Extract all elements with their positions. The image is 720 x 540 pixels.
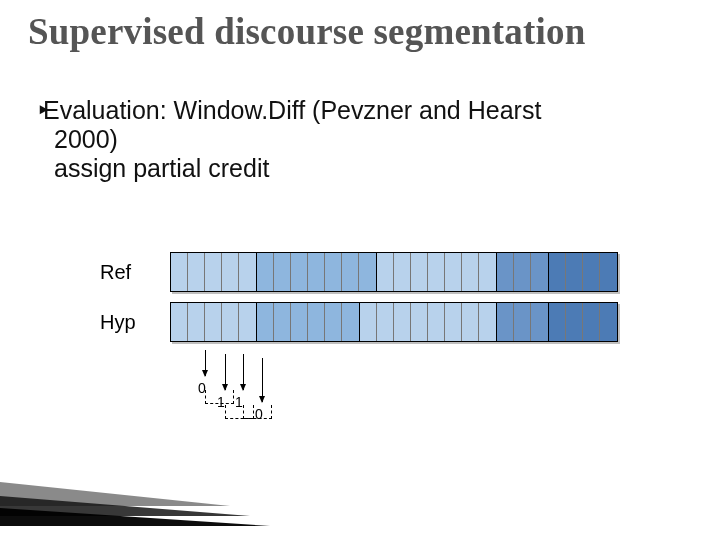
segment-cell [239,253,256,291]
segment-cell [291,303,308,341]
ref-segments [170,252,618,292]
arrow-icon [262,358,263,402]
segment-cell [205,303,222,341]
segment-cell [445,303,462,341]
segment [171,253,257,291]
segment-cell [325,253,342,291]
segment-cell [342,303,359,341]
segment-cell [600,303,617,341]
segment-cell [308,303,325,341]
ref-label: Ref [100,261,170,284]
bullet-line-1: Evaluation: Window.Diff (Pevzner and Hea… [43,96,541,124]
segment [377,253,497,291]
hyp-segments [170,302,618,342]
segment-cell [257,253,274,291]
segment-cell [583,253,600,291]
segment [360,303,497,341]
segment-cell [325,303,342,341]
arrow-icon [225,354,226,390]
segment-cell [428,253,445,291]
segment-cell [394,303,411,341]
segment-cell [479,303,496,341]
bullet-line-2: 2000) [54,125,118,153]
anno-num-2: 1 [235,394,243,410]
segment-cell [188,253,205,291]
segment-cell [222,303,239,341]
segment-cell [274,253,291,291]
segment-cell [549,303,566,341]
annotation-arrows: 0 1 1 0 [170,350,690,470]
segment-cell [411,303,428,341]
segment-cell [257,303,274,341]
hyp-label: Hyp [100,311,170,334]
segment-cell [291,253,308,291]
segment-cell [514,303,531,341]
segmentation-graphic: Ref Hyp [100,250,660,350]
segment-cell [479,253,496,291]
segment-cell [531,303,548,341]
segment [549,253,617,291]
segment-cell [377,253,394,291]
segment-cell [531,253,548,291]
slide-title: Supervised discourse segmentation [28,10,700,53]
hyp-row: Hyp [100,300,660,344]
segment-cell [377,303,394,341]
segment [549,303,617,341]
segment [171,303,257,341]
anno-num-3: 0 [255,406,263,422]
segment-cell [462,253,479,291]
segment-cell [274,303,291,341]
segment-cell [359,253,376,291]
segment-cell [394,253,411,291]
corner-accent-icon [0,470,270,526]
segment-cell [239,303,256,341]
segment-cell [308,253,325,291]
segment-cell [497,303,514,341]
segment-cell [342,253,359,291]
arrow-icon [205,350,206,376]
bullet-item: ‣ Evaluation: Window.Diff (Pevzner and H… [54,96,680,182]
segment [257,303,360,341]
segment-cell [171,303,188,341]
segment-cell [514,253,531,291]
segment-cell [205,253,222,291]
segment-cell [428,303,445,341]
segment-cell [583,303,600,341]
segment-cell [360,303,377,341]
segment-cell [445,253,462,291]
segment-cell [171,253,188,291]
segment [497,303,549,341]
segment-cell [462,303,479,341]
segment-cell [222,253,239,291]
segment-cell [411,253,428,291]
segment-cell [497,253,514,291]
bullet-line-3: assign partial credit [54,154,269,182]
segment [497,253,549,291]
segment-cell [600,253,617,291]
segment-cell [566,253,583,291]
segment-cell [188,303,205,341]
segment [257,253,377,291]
segment-cell [566,303,583,341]
slide: Supervised discourse segmentation ‣ Eval… [0,0,720,540]
ref-row: Ref [100,250,660,294]
segment-cell [549,253,566,291]
arrow-icon [243,354,244,390]
anno-num-1: 1 [217,394,225,410]
